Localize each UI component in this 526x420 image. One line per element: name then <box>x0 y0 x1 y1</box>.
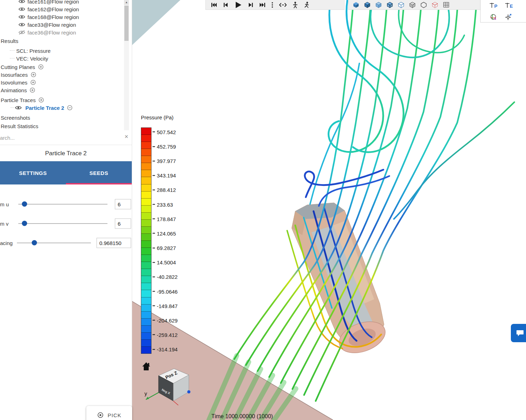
rotate-sphere-icon[interactable] <box>489 13 497 21</box>
translucent-cube-icon[interactable] <box>375 1 382 8</box>
navigation-row <box>481 11 526 23</box>
particle-standing-icon[interactable] <box>292 1 298 8</box>
tree-section-cutting-planes[interactable]: Cutting Planes <box>0 63 132 71</box>
shaded-edges-cube-icon[interactable] <box>364 1 371 8</box>
more-options-icon[interactable] <box>271 1 274 8</box>
scroll-up-arrow-icon[interactable]: ▲ <box>124 0 129 5</box>
legend-color-band <box>141 128 151 135</box>
tree-item-face[interactable]: face162@Flow region <box>0 5 132 13</box>
home-view-icon[interactable] <box>142 362 150 370</box>
particle-trace-detail-panel: Particle Trace 2 SETTINGS SEEDS m u m v <box>0 150 132 252</box>
playback-toolbar <box>205 0 345 10</box>
pick-button[interactable]: PICK <box>86 406 132 420</box>
outline-cube-icon[interactable] <box>420 1 427 8</box>
legend-tick: 397.977 <box>153 158 176 164</box>
grid-icon[interactable] <box>443 1 450 8</box>
add-icon[interactable] <box>31 72 36 77</box>
skip-to-last-icon[interactable] <box>259 2 266 8</box>
visibility-eye-off-icon[interactable] <box>18 30 25 35</box>
add-icon[interactable] <box>38 64 44 70</box>
tree-section-particle-traces[interactable]: Particle Traces <box>0 96 132 104</box>
visibility-eye-icon[interactable] <box>18 22 25 27</box>
tree-section-label: Screenshots <box>1 115 30 121</box>
skip-to-first-icon[interactable] <box>211 2 217 8</box>
viewport-3d[interactable]: P E Pressure (Pa) 507.542452.759397.97 <box>132 0 526 420</box>
tree-scrollbar-thumb[interactable] <box>124 6 129 41</box>
legend-tick: 507.542 <box>153 129 176 135</box>
tree-item-label: face168@Flow region <box>27 14 79 20</box>
tree-item-face[interactable]: face33@Flow region <box>0 21 132 29</box>
tree-item-label: face33@Flow region <box>27 22 76 28</box>
shaded-cube-icon[interactable] <box>353 1 359 8</box>
visibility-eye-icon[interactable] <box>18 7 25 12</box>
search-clear-icon[interactable]: × <box>124 133 128 140</box>
orthographic-projection-icon[interactable]: E <box>505 2 514 9</box>
legend-tick: 178.847 <box>153 216 176 222</box>
tab-seeds[interactable]: SEEDS <box>66 161 132 184</box>
tree-item-face[interactable]: face36@Flow region <box>0 29 132 36</box>
panel-separator <box>0 145 132 145</box>
tree-item-face[interactable]: face168@Flow region <box>0 13 132 21</box>
tree-scrollbar[interactable]: ▲ <box>124 0 129 130</box>
render-mode-toolbar <box>348 0 481 10</box>
seeds-u-input[interactable] <box>115 199 131 209</box>
tree-section-results[interactable]: Results <box>0 37 132 45</box>
add-icon[interactable] <box>30 87 35 93</box>
legend-ticks: 507.542452.759397.977343.194288.412233.6… <box>153 127 184 354</box>
tree-section-isosurfaces[interactable]: Isosurfaces <box>0 71 132 79</box>
tree-item-label: Particle Trace 2 <box>25 105 64 111</box>
slider-track[interactable] <box>17 243 91 243</box>
tree-item-face[interactable]: face161@Flow region <box>0 0 132 5</box>
tree-section-animations[interactable]: Animations <box>0 86 132 94</box>
tree-search-input[interactable]: arch... × <box>0 133 132 142</box>
legend-color-band <box>141 248 151 255</box>
tree-item-vector-field[interactable]: VEC: Velocity <box>0 55 132 62</box>
legend-color-band <box>141 333 151 340</box>
particle-running-icon[interactable] <box>304 1 310 8</box>
tree-section-label: Particle Traces <box>1 97 36 103</box>
spacing-input[interactable] <box>97 238 131 248</box>
time-label: Time 1000.00000 (1000) <box>211 413 273 420</box>
previous-frame-icon[interactable] <box>222 2 229 8</box>
legend-color-band <box>141 297 151 305</box>
tree-item-particle-trace-2[interactable]: Particle Trace 2 <box>0 104 132 112</box>
slider-thumb[interactable] <box>32 240 37 245</box>
add-icon[interactable] <box>30 80 36 85</box>
tree-section-result-statistics[interactable]: Result Statistics <box>0 122 132 130</box>
chat-support-button[interactable] <box>511 324 526 342</box>
add-icon[interactable] <box>38 97 44 103</box>
tree-section-isovolumes[interactable]: Isovolumes <box>0 79 132 86</box>
legend-color-band <box>141 170 151 177</box>
probe-values-icon[interactable] <box>279 2 287 8</box>
slider-track[interactable] <box>18 204 107 205</box>
slider-track[interactable] <box>18 223 107 224</box>
play-icon[interactable] <box>234 1 242 9</box>
dashed-red-cube-icon[interactable] <box>432 1 438 8</box>
legend-title: Pressure (Pa) <box>141 114 174 120</box>
slider-thumb[interactable] <box>22 201 27 207</box>
slider-thumb[interactable] <box>22 221 27 226</box>
seeds-v-row: m v <box>0 214 132 233</box>
tree-item-scalar-field[interactable]: SCL: Pressure <box>0 47 132 55</box>
tab-settings[interactable]: SETTINGS <box>0 161 66 184</box>
legend-color-band <box>141 319 151 326</box>
next-frame-icon[interactable] <box>248 2 254 8</box>
chat-bubble-icon <box>516 329 524 337</box>
legend-tick: -149.847 <box>153 303 178 309</box>
surface-mesh-cube-icon[interactable] <box>386 1 393 8</box>
legend-tick: -40.2822 <box>153 274 178 280</box>
visibility-eye-icon[interactable] <box>18 0 25 4</box>
visibility-eye-icon[interactable] <box>15 105 22 110</box>
legend-tick: 233.63 <box>153 201 173 207</box>
center-axis-icon[interactable] <box>504 13 512 21</box>
seeds-v-input[interactable] <box>115 218 131 228</box>
orientation-cube[interactable]: Pos Z Neg X <box>146 369 191 405</box>
hidden-line-cube-icon[interactable] <box>398 1 404 8</box>
tree-section-screenshots[interactable]: Screenshots <box>0 114 132 121</box>
orientation-widget[interactable]: Pos Z Neg X y <box>137 357 201 420</box>
legend-tick: 69.2827 <box>153 245 176 251</box>
remove-icon[interactable] <box>67 105 73 111</box>
wireframe-mesh-cube-icon[interactable] <box>409 1 416 8</box>
visibility-eye-icon[interactable] <box>18 14 25 19</box>
perspective-projection-icon[interactable]: P <box>489 2 498 9</box>
